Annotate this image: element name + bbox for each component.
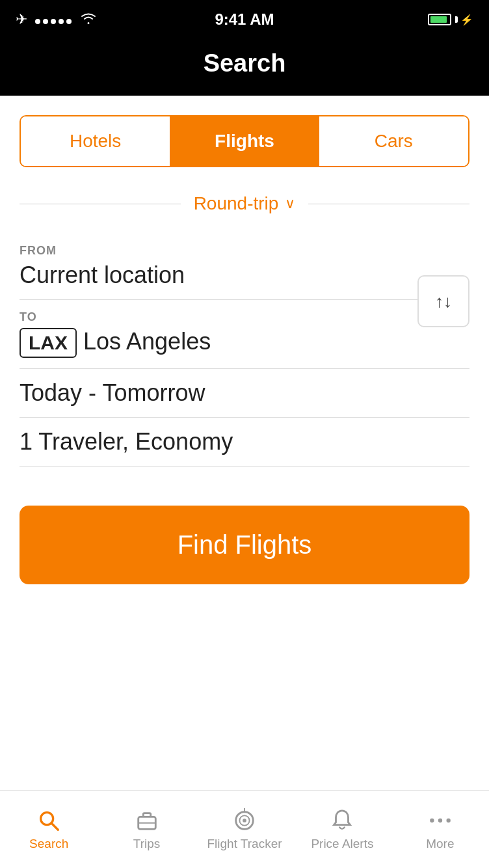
tab-selector: Hotels Flights Cars (20, 115, 469, 167)
from-to-container: FROM Current location ↑↓ TO LAXLos Angel… (20, 234, 469, 369)
more-dots-icon (428, 808, 453, 833)
airport-code-badge: LAX (20, 328, 77, 358)
wifi-icon (79, 11, 98, 29)
nav-item-flight-tracker[interactable]: Flight Tracker (196, 808, 293, 851)
airplane-icon: ✈ (16, 11, 27, 28)
from-value: Current location (20, 262, 404, 289)
briefcase-icon (135, 808, 159, 833)
destination-city: Los Angeles (83, 328, 211, 355)
find-flights-button[interactable]: Find Flights (20, 506, 469, 584)
bottom-nav: Search Trips Flight Tracker Price Alerts (0, 790, 489, 868)
nav-label-price-alerts: Price Alerts (311, 837, 373, 851)
status-left: ✈ (16, 11, 98, 29)
date-field[interactable]: Today - Tomorrow (20, 369, 469, 418)
status-time: 9:41 AM (215, 10, 274, 29)
status-right: ⚡ (428, 14, 473, 26)
nav-label-trips: Trips (133, 837, 161, 851)
travelers-field[interactable]: 1 Traveler, Economy (20, 418, 469, 467)
travelers-value: 1 Traveler, Economy (20, 428, 469, 455)
page-title: Search (0, 49, 489, 77)
divider-left (20, 204, 181, 204)
trip-type-container: Round-trip ∨ (20, 193, 469, 214)
svg-point-6 (243, 819, 246, 822)
date-value: Today - Tomorrow (20, 379, 469, 407)
to-value: LAXLos Angeles (20, 328, 469, 358)
svg-point-10 (446, 818, 450, 822)
radar-icon (232, 808, 257, 833)
to-label: TO (20, 310, 469, 324)
nav-label-flight-tracker: Flight Tracker (207, 837, 282, 851)
swap-icon: ↑↓ (435, 292, 452, 312)
status-bar: ✈ 9:41 AM ⚡ (0, 0, 489, 39)
chevron-down-icon: ∨ (285, 195, 295, 212)
signal-dots (34, 11, 73, 28)
svg-line-1 (51, 822, 58, 829)
nav-label-more: More (426, 837, 454, 851)
tab-hotels[interactable]: Hotels (21, 116, 170, 166)
main-content: Hotels Flights Cars Round-trip ∨ FROM Cu… (0, 96, 489, 584)
nav-label-search: Search (29, 837, 68, 851)
header: Search (0, 39, 489, 96)
divider-right (308, 204, 469, 204)
bell-icon (330, 808, 354, 833)
trip-type-label: Round-trip (194, 193, 279, 214)
nav-item-more[interactable]: More (391, 808, 489, 851)
to-field[interactable]: TO LAXLos Angeles (20, 300, 469, 369)
search-icon (36, 808, 61, 833)
tab-flights[interactable]: Flights (170, 116, 319, 166)
trip-type-selector[interactable]: Round-trip ∨ (194, 193, 296, 214)
svg-point-9 (438, 818, 442, 822)
nav-item-trips[interactable]: Trips (98, 808, 195, 851)
from-label: FROM (20, 244, 404, 258)
from-field[interactable]: FROM Current location (20, 234, 469, 300)
swap-button[interactable]: ↑↓ (417, 275, 469, 327)
tab-cars[interactable]: Cars (319, 116, 468, 166)
svg-point-8 (430, 818, 434, 822)
nav-item-price-alerts[interactable]: Price Alerts (293, 808, 391, 851)
nav-item-search[interactable]: Search (0, 808, 98, 851)
battery-icon: ⚡ (428, 14, 473, 26)
